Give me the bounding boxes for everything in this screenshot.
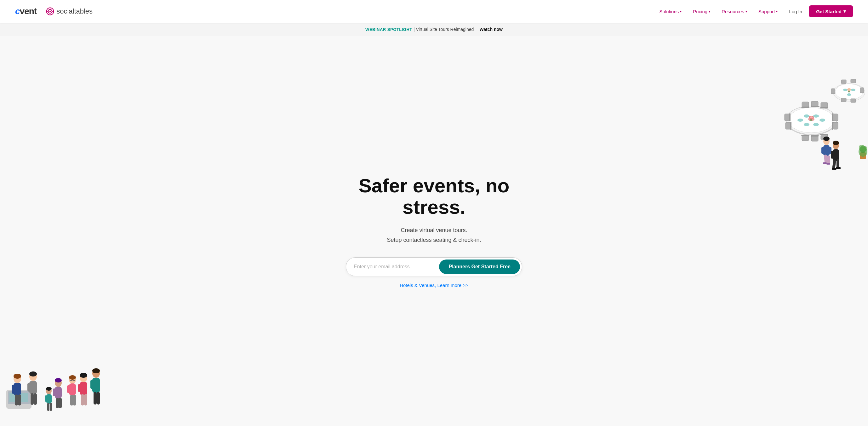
svg-point-106: [851, 89, 856, 91]
svg-rect-77: [811, 136, 818, 141]
svg-rect-58: [49, 395, 52, 402]
svg-rect-82: [789, 113, 790, 121]
logo-area: cvent socialtables: [15, 6, 93, 17]
planners-cta-button[interactable]: Planners Get Started Free: [439, 259, 520, 274]
svg-rect-75: [802, 136, 809, 141]
svg-rect-69: [802, 102, 809, 107]
nav-get-started-button[interactable]: Get Started ▾: [809, 5, 853, 17]
svg-point-37: [92, 368, 100, 373]
svg-point-98: [847, 88, 851, 91]
svg-point-30: [80, 373, 87, 378]
nav-login[interactable]: Log In: [784, 6, 807, 17]
svg-rect-74: [820, 107, 828, 109]
svg-rect-57: [45, 395, 47, 402]
svg-rect-22: [34, 393, 37, 405]
svg-point-107: [847, 93, 851, 96]
svg-rect-84: [790, 122, 792, 130]
svg-rect-43: [59, 398, 62, 408]
svg-rect-113: [827, 155, 830, 164]
svg-rect-27: [84, 384, 87, 392]
nav-support[interactable]: Support ▾: [754, 6, 782, 17]
svg-rect-123: [832, 168, 837, 170]
svg-point-44: [55, 378, 62, 382]
svg-rect-60: [50, 403, 52, 411]
svg-rect-13: [18, 385, 21, 394]
svg-rect-104: [860, 88, 864, 93]
svg-rect-28: [81, 394, 84, 405]
announcement-bar: WEBINAR SPOTLIGHT | Virtual Site Tours R…: [0, 23, 868, 36]
svg-rect-73: [821, 103, 828, 108]
svg-rect-87: [833, 122, 838, 129]
svg-rect-103: [831, 89, 835, 94]
left-illustration: [0, 327, 113, 426]
svg-rect-80: [820, 134, 828, 135]
navbar: cvent socialtables Solutions ▾ Pricing: [0, 0, 868, 23]
get-started-chevron-icon: ▾: [843, 8, 846, 14]
hotels-venues-link[interactable]: Hotels & Venues, Learn more >>: [400, 283, 468, 288]
nav-links: Solutions ▾ Pricing ▾ Resources ▾ Suppor…: [655, 5, 853, 17]
svg-rect-124: [836, 167, 841, 169]
nav-pricing[interactable]: Pricing ▾: [688, 6, 715, 17]
resources-chevron-icon: ▾: [745, 10, 747, 13]
svg-rect-20: [34, 383, 37, 392]
svg-rect-19: [27, 383, 31, 392]
svg-rect-76: [801, 135, 809, 136]
svg-point-93: [804, 123, 809, 126]
svg-point-91: [798, 119, 803, 122]
svg-point-23: [29, 371, 37, 376]
svg-point-129: [859, 145, 863, 150]
svg-rect-40: [53, 389, 56, 396]
socialtables-icon: [46, 7, 55, 16]
svg-rect-78: [811, 135, 819, 137]
svg-point-61: [46, 387, 52, 391]
svg-point-68: [810, 116, 813, 118]
nav-resources[interactable]: Resources ▾: [717, 6, 751, 17]
hero-email-form: Planners Get Started Free: [346, 257, 522, 276]
svg-rect-119: [831, 151, 834, 159]
svg-point-2: [50, 11, 51, 12]
svg-rect-70: [801, 107, 809, 108]
svg-rect-33: [90, 380, 94, 389]
svg-rect-120: [836, 151, 839, 159]
email-input[interactable]: [354, 264, 439, 269]
svg-rect-12: [12, 385, 15, 394]
svg-rect-115: [827, 163, 830, 165]
svg-point-116: [823, 137, 830, 141]
svg-rect-21: [31, 393, 34, 405]
svg-point-125: [833, 141, 839, 145]
svg-rect-49: [70, 395, 73, 405]
svg-point-90: [813, 114, 819, 118]
solutions-chevron-icon: ▾: [680, 10, 682, 13]
svg-rect-110: [822, 147, 824, 154]
hero-subtext: Create virtual venue tours. Setup contac…: [346, 225, 522, 245]
right-illustration: [748, 48, 868, 174]
socialtables-text: socialtables: [56, 7, 93, 16]
socialtables-logo: socialtables: [46, 7, 93, 16]
svg-rect-42: [56, 398, 59, 408]
svg-point-16: [13, 374, 21, 379]
webinar-spotlight-label: WEBINAR SPOTLIGHT: [365, 27, 412, 32]
webinar-title: | Virtual Site Tours Reimagined: [413, 27, 474, 32]
nav-solutions[interactable]: Solutions ▾: [655, 6, 686, 17]
svg-rect-71: [811, 101, 818, 106]
svg-rect-102: [851, 99, 856, 103]
svg-rect-114: [823, 162, 827, 164]
svg-rect-14: [15, 395, 18, 405]
support-chevron-icon: ▾: [776, 10, 778, 13]
watch-now-link[interactable]: Watch now: [480, 27, 503, 32]
svg-rect-35: [94, 392, 97, 404]
svg-rect-36: [97, 392, 100, 404]
svg-rect-72: [811, 106, 819, 107]
svg-rect-85: [833, 114, 838, 121]
svg-point-94: [813, 123, 819, 126]
svg-point-130: [863, 146, 867, 151]
svg-rect-59: [47, 403, 50, 411]
svg-rect-88: [832, 122, 833, 130]
svg-rect-29: [84, 394, 87, 405]
svg-rect-86: [832, 113, 833, 121]
svg-rect-99: [841, 80, 846, 84]
hero-section: Safer events, no stress. Create virtual …: [0, 36, 868, 426]
svg-rect-100: [851, 79, 856, 83]
pricing-chevron-icon: ▾: [709, 10, 710, 13]
svg-rect-50: [73, 395, 76, 405]
